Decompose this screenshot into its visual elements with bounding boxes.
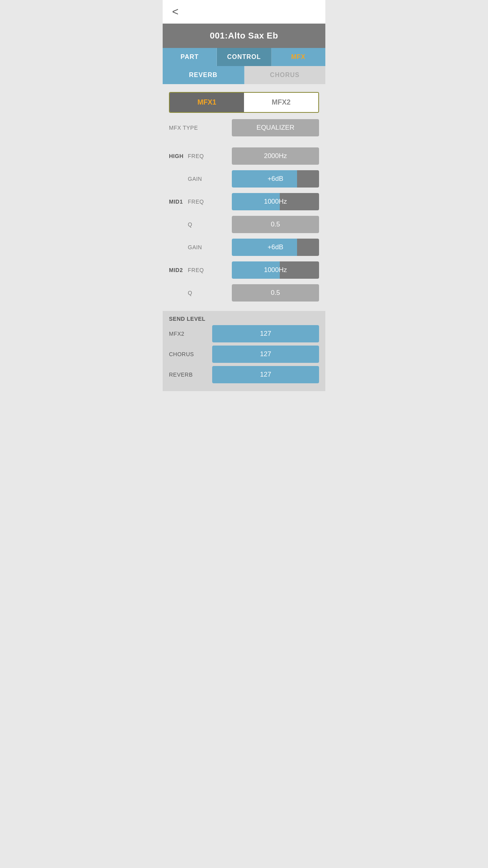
param-name-high-gain: GAIN <box>188 176 202 182</box>
tab-control[interactable]: CONTROL <box>217 48 271 66</box>
param-row-mid1-gain: GAIN +6dB <box>169 238 319 257</box>
tab-part[interactable]: PART <box>163 48 217 66</box>
mid1-q-value[interactable]: 0.5 <box>232 216 319 233</box>
send-row-chorus: CHORUS 127 <box>169 346 319 363</box>
param-name-mid1-q: Q <box>188 221 192 228</box>
param-row-high-gain: GAIN +6dB <box>169 169 319 188</box>
send-value-mfx2[interactable]: 127 <box>212 325 319 342</box>
mfx1-button[interactable]: MFX1 <box>170 93 244 112</box>
high-freq-value[interactable]: 2000Hz <box>232 147 319 165</box>
mid1-gain-value[interactable]: +6dB <box>232 239 319 256</box>
param-group-mid2: MID2 <box>169 267 185 273</box>
param-name-mid2-freq: FREQ <box>188 267 204 273</box>
high-gain-value[interactable]: +6dB <box>232 170 319 188</box>
mfx-type-value[interactable]: EQUALIZER <box>232 119 319 136</box>
mid2-freq-value[interactable]: 1000Hz <box>232 261 319 279</box>
param-row-mid2-q: Q 0.5 <box>169 283 319 302</box>
param-name-high-freq: FREQ <box>188 153 204 159</box>
mfx-type-label: MFX TYPE <box>169 125 232 131</box>
send-value-reverb[interactable]: 127 <box>212 366 319 383</box>
content-area: MFX1 MFX2 MFX TYPE EQUALIZER HIGH FREQ 2… <box>163 84 325 311</box>
top-bar: < <box>163 0 325 24</box>
send-row-mfx2: MFX2 127 <box>169 325 319 342</box>
mid1-freq-value[interactable]: 1000Hz <box>232 193 319 210</box>
param-row-mid2-freq: MID2 FREQ 1000Hz <box>169 261 319 280</box>
param-row-mid1-q: Q 0.5 <box>169 215 319 234</box>
param-name-mid2-q: Q <box>188 290 192 296</box>
send-level-section: SEND LEVEL MFX2 127 CHORUS 127 REVERB 12… <box>163 311 325 391</box>
main-tabs: PART CONTROL MFX <box>163 48 325 66</box>
send-label-reverb: REVERB <box>169 371 212 378</box>
page-title: 001:Alto Sax Eb <box>169 31 319 41</box>
send-row-reverb: REVERB 127 <box>169 366 319 383</box>
send-label-mfx2: MFX2 <box>169 331 212 337</box>
back-button[interactable]: < <box>169 5 182 19</box>
send-value-chorus[interactable]: 127 <box>212 346 319 363</box>
tab-chorus[interactable]: CHORUS <box>244 66 326 84</box>
param-group-high: HIGH <box>169 153 185 159</box>
title-bar: 001:Alto Sax Eb <box>163 24 325 48</box>
tab-reverb[interactable]: REVERB <box>163 66 244 84</box>
send-label-chorus: CHORUS <box>169 351 212 357</box>
param-name-mid1-freq: FREQ <box>188 199 204 205</box>
mid2-q-value[interactable]: 0.5 <box>232 284 319 302</box>
mfx-selector: MFX1 MFX2 <box>169 92 319 113</box>
param-row-high-freq: HIGH FREQ 2000Hz <box>169 147 319 166</box>
sub-tabs: REVERB CHORUS <box>163 66 325 84</box>
param-row-mid1-freq: MID1 FREQ 1000Hz <box>169 192 319 211</box>
send-level-title: SEND LEVEL <box>169 316 319 322</box>
param-group-mid1: MID1 <box>169 199 185 205</box>
mfx-type-row: MFX TYPE EQUALIZER <box>169 119 319 136</box>
param-name-mid1-gain: GAIN <box>188 244 202 250</box>
mfx2-button[interactable]: MFX2 <box>244 93 318 112</box>
tab-mfx[interactable]: MFX <box>272 48 325 66</box>
